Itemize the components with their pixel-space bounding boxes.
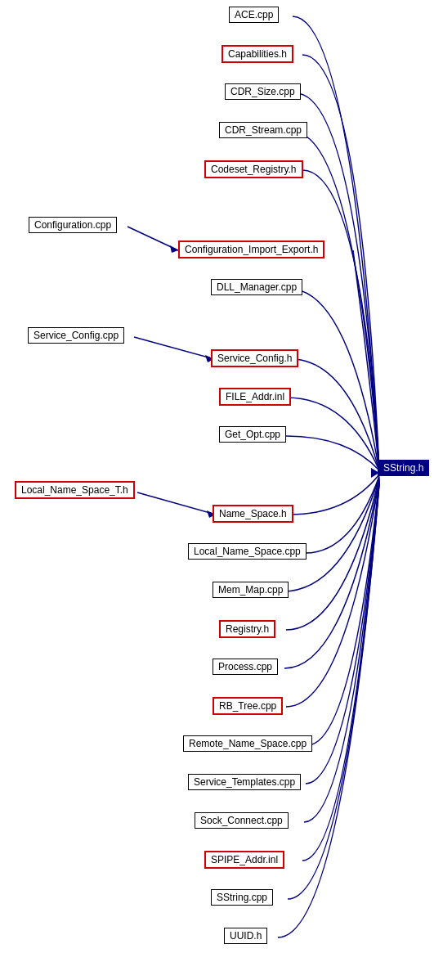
node-sock-connect-cpp: Sock_Connect.cpp (195, 812, 289, 829)
node-capabilities-h: Capabilities.h (222, 45, 293, 63)
node-cdr-stream-cpp: CDR_Stream.cpp (219, 122, 307, 138)
svg-marker-0 (170, 245, 178, 253)
node-spipe-addr-inl: SPIPE_Addr.inl (204, 851, 284, 869)
node-local-name-space-cpp: Local_Name_Space.cpp (188, 543, 307, 560)
diagram-container: ACE.cpp Capabilities.h CDR_Size.cpp CDR_… (0, 0, 443, 980)
node-configuration-cpp: Configuration.cpp (29, 217, 117, 233)
node-remote-name-space-cpp: Remote_Name_Space.cpp (183, 735, 312, 752)
node-rb-tree-cpp: RB_Tree.cpp (213, 697, 283, 715)
node-get-opt-cpp: Get_Opt.cpp (219, 426, 286, 443)
node-service-config-h: Service_Config.h (211, 349, 298, 367)
node-registry-h: Registry.h (219, 620, 275, 638)
node-local-name-space-t-h: Local_Name_Space_T.h (15, 481, 135, 499)
node-cdr-size-cpp: CDR_Size.cpp (225, 83, 301, 100)
node-name-space-h: Name_Space.h (213, 505, 293, 523)
node-sstring-h: SString.h (378, 460, 429, 476)
node-sstring-cpp: SString.cpp (211, 889, 273, 906)
node-dll-manager-cpp: DLL_Manager.cpp (211, 279, 302, 295)
node-ace-cpp: ACE.cpp (229, 7, 279, 23)
node-service-templates-cpp: Service_Templates.cpp (188, 774, 301, 790)
node-codeset-registry-h: Codeset_Registry.h (204, 160, 303, 178)
node-service-config-cpp: Service_Config.cpp (28, 327, 124, 344)
node-file-addr-inl: FILE_Addr.inl (219, 388, 291, 406)
node-configuration-import-export-h: Configuration_Import_Export.h (178, 241, 324, 258)
node-mem-map-cpp: Mem_Map.cpp (213, 582, 289, 598)
node-uuid-h: UUID.h (224, 928, 267, 944)
node-process-cpp: Process.cpp (213, 659, 278, 675)
